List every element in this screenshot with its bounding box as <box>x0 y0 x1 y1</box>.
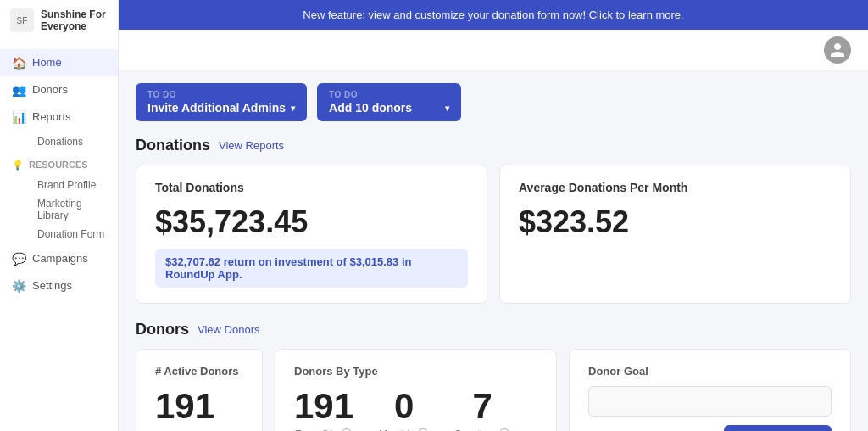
sidebar-item-marketing-library[interactable]: Marketing Library <box>31 194 118 225</box>
profile-avatar[interactable] <box>824 36 851 64</box>
donors-title: Donors <box>136 321 189 339</box>
avg-donations-amount: $323.52 <box>519 204 832 240</box>
sidebar-item-label: Reports <box>32 110 71 123</box>
page-header <box>119 30 868 71</box>
active-donors-count: 191 <box>155 386 243 427</box>
donors-bytype-label: Donors By Type <box>294 365 537 378</box>
sidebar-item-brand-profile[interactable]: Brand Profile <box>31 176 118 194</box>
avg-donations-label: Average Donations Per Month <box>519 181 832 194</box>
chevron-down-icon: ▾ <box>291 104 295 113</box>
sidebar-item-home[interactable]: 🏠 Home <box>0 49 118 76</box>
sidebar-item-donations[interactable]: Donations <box>31 132 118 151</box>
sidebar-logo: SF Sunshine For Everyone <box>0 0 118 42</box>
bytype-numbers: 191 RoundUp i 0 Monthly i <box>294 386 537 431</box>
donors-bytype-card: Donors By Type 191 RoundUp i 0 Monthly <box>275 349 557 431</box>
donations-title: Donations <box>136 137 210 154</box>
chevron-down-icon-2: ▾ <box>445 104 449 113</box>
onetime-col: 7 One-time i <box>454 386 510 431</box>
sidebar-item-campaigns[interactable]: 💬 Campaigns <box>0 245 118 272</box>
roi-text: $32,707.62 return on investment of $3,01… <box>155 249 468 288</box>
settings-icon: ⚙️ <box>12 279 25 293</box>
todo-add-donors[interactable]: TO DO Add 10 donors ▾ <box>317 83 461 121</box>
logo-box: SF <box>10 8 34 32</box>
sidebar-item-donors[interactable]: 👥 Donors <box>0 76 118 104</box>
todo-invite-admins[interactable]: TO DO Invite Additional Admins ▾ <box>136 83 307 121</box>
donor-goal-label: Donor Goal <box>588 365 832 378</box>
todo-label-1: TO DO <box>147 90 176 99</box>
donors-cards: # Active Donors 191 Donors By Type 191 R… <box>136 349 851 431</box>
logo-initials: SF <box>17 16 28 25</box>
reports-icon: 📊 <box>12 110 25 124</box>
reports-subnav: Donations <box>0 131 118 153</box>
view-reports-link[interactable]: View Reports <box>219 139 284 152</box>
main-content: New feature: view and customize your don… <box>119 0 868 431</box>
sidebar-item-label: Home <box>32 56 62 69</box>
total-donations-card: Total Donations $35,723.45 $32,707.62 re… <box>136 165 487 304</box>
banner-text: New feature: view and customize your don… <box>303 8 683 21</box>
campaigns-icon: 💬 <box>12 252 25 266</box>
sidebar-item-label: Settings <box>32 279 72 292</box>
sidebar-item-label: Campaigns <box>32 252 88 265</box>
org-name: Sunshine For Everyone <box>41 8 106 33</box>
resources-label: Resources <box>29 160 88 170</box>
resources-icon: 💡 <box>12 160 24 171</box>
active-donors-label: # Active Donors <box>155 365 243 378</box>
donor-goal-card: Donor Goal Set Donor Goal <box>569 349 851 431</box>
sidebar-nav: 🏠 Home 👥 Donors 📊 Reports Donations 💡 Re… <box>0 42 118 431</box>
sidebar-item-donation-form[interactable]: Donation Form <box>31 225 118 243</box>
avg-donations-card: Average Donations Per Month $323.52 <box>499 165 851 304</box>
donors-section-header: Donors View Donors <box>136 321 851 339</box>
resources-subnav: Brand Profile Marketing Library Donation… <box>0 174 118 245</box>
view-donors-link[interactable]: View Donors <box>198 323 259 336</box>
feature-banner[interactable]: New feature: view and customize your don… <box>119 0 868 30</box>
donations-section-header: Donations View Reports <box>136 137 851 154</box>
sidebar-item-settings[interactable]: ⚙️ Settings <box>0 272 118 299</box>
onetime-count: 7 <box>473 386 492 427</box>
set-donor-goal-button[interactable]: Set Donor Goal <box>724 425 832 431</box>
active-donors-card: # Active Donors 191 <box>136 349 263 431</box>
sidebar-item-label: Donors <box>32 83 68 96</box>
home-icon: 🏠 <box>12 56 25 70</box>
page-content: TO DO Invite Additional Admins ▾ TO DO A… <box>119 71 868 431</box>
goal-input-row: Set Donor Goal <box>588 386 832 431</box>
sidebar: SF Sunshine For Everyone 🏠 Home 👥 Donors… <box>0 0 119 431</box>
donations-cards: Total Donations $35,723.45 $32,707.62 re… <box>136 165 851 304</box>
total-donations-amount: $35,723.45 <box>155 204 468 240</box>
sidebar-resources-section[interactable]: 💡 Resources <box>0 153 118 174</box>
todo-text-2: Add 10 donors ▾ <box>329 101 449 115</box>
todo-text-1: Invite Additional Admins ▾ <box>147 101 295 115</box>
donors-icon: 👥 <box>12 83 25 97</box>
total-donations-label: Total Donations <box>155 181 468 194</box>
todo-row: TO DO Invite Additional Admins ▾ TO DO A… <box>136 83 851 121</box>
todo-label-2: TO DO <box>329 90 358 99</box>
roundup-col: 191 RoundUp i <box>294 386 353 431</box>
monthly-col: 0 Monthly i <box>379 386 429 431</box>
monthly-count: 0 <box>394 386 414 427</box>
roundup-count: 191 <box>294 386 353 427</box>
sidebar-item-reports[interactable]: 📊 Reports <box>0 104 118 131</box>
donor-goal-input[interactable] <box>588 386 832 417</box>
